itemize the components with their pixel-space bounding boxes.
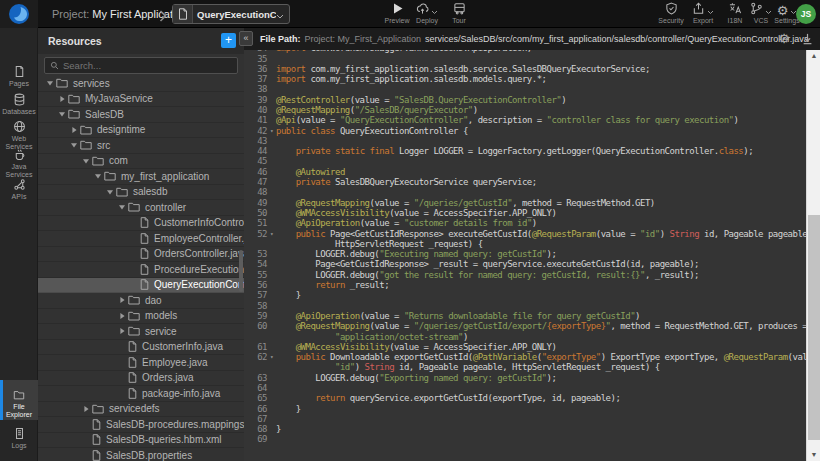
line-number: 43 [244, 136, 267, 146]
fold-marker-icon[interactable]: ▾ [267, 229, 276, 239]
app-logo[interactable] [0, 0, 38, 28]
file-icon [140, 264, 149, 275]
triangle-expanded-icon[interactable] [118, 203, 128, 211]
tree-item-models[interactable]: models [38, 309, 244, 325]
preview-button[interactable]: Preview [382, 2, 412, 25]
triangle-collapsed-icon[interactable] [70, 126, 80, 134]
tree-item-employee-java[interactable]: Employee.java [38, 355, 244, 371]
fold-gutter [267, 84, 276, 94]
tree-item-myjavaservice[interactable]: MyJavaService [38, 92, 244, 108]
triangle-collapsed-icon[interactable] [82, 405, 92, 413]
download-file-icon[interactable] [801, 32, 814, 50]
tree-item-my-first-application[interactable]: my_first_application [38, 169, 244, 185]
triangle-expanded-icon[interactable] [70, 141, 80, 149]
triangle-expanded-icon[interactable] [106, 188, 116, 196]
search-placeholder: Search... [63, 60, 101, 71]
tree-item-dao[interactable]: dao [38, 293, 244, 309]
fold-gutter [267, 105, 276, 115]
sidebar-item-logs[interactable]: Logs [0, 424, 38, 450]
shield-icon [665, 1, 678, 19]
triangle-expanded-icon[interactable] [58, 110, 68, 118]
tree-item-label: designtime [97, 124, 145, 135]
folder-icon [92, 156, 104, 166]
code-line: 43 [244, 136, 806, 146]
sidebar-item-pages[interactable]: Pages [0, 62, 38, 88]
left-icon-sidebar: PagesDatabasesWeb ServicesJava ServicesA… [0, 28, 38, 461]
code-editor[interactable]: 32import com.wavemaker.tools.api.core.mo… [244, 28, 820, 461]
file-path-label: File Path: [260, 34, 301, 44]
tree-item-customerinfo-java[interactable]: CustomerInfo.java [38, 340, 244, 356]
code-text: } [276, 424, 806, 434]
play-icon [391, 1, 404, 19]
tree-scrollbar-thumb[interactable] [239, 250, 243, 292]
editor-settings-gear-icon[interactable]: ⚙ [778, 31, 790, 47]
tree-item-com[interactable]: com [38, 154, 244, 170]
sidebar-item-apis[interactable]: APIs [0, 175, 38, 201]
tree-item-package-info-java[interactable]: package-info.java [38, 386, 244, 402]
triangle-expanded-icon[interactable] [94, 172, 104, 180]
code-text: public class QueryExecutionController { [276, 126, 806, 136]
tree-item-customerinfocontroller-java[interactable]: CustomerInfoController.java [38, 216, 244, 232]
code-line: 46 @Autowired [244, 167, 806, 177]
file-path-project-prefix: Project: My_First_Application [305, 34, 422, 44]
folder-icon [104, 171, 116, 181]
line-number: 65 [244, 393, 267, 403]
fold-marker-icon[interactable]: ▾ [267, 126, 276, 136]
folder-icon [68, 109, 80, 119]
add-resource-button[interactable]: + [221, 33, 236, 48]
tree-item-salesdb[interactable]: salesdb [38, 185, 244, 201]
tree-item-employeecontroller-java[interactable]: EmployeeController.java [38, 231, 244, 247]
deploy-button[interactable]: Deploy [412, 2, 442, 25]
sidebar-item-file-explorer[interactable]: File Explorer [0, 380, 38, 420]
tree-item-label: package-info.java [142, 388, 220, 399]
triangle-expanded-icon[interactable] [82, 157, 92, 165]
collapse-panel-button[interactable]: « [239, 31, 253, 46]
editor-scrollbar[interactable]: ▲ ▼ [806, 50, 820, 461]
sidebar-item-java-services[interactable]: Java Services [0, 145, 38, 173]
tree-item-service[interactable]: service [38, 324, 244, 340]
code-text: @Autowired [276, 167, 806, 177]
open-file-tab-dropdown[interactable]: QueryExecutionCon... [172, 4, 290, 24]
tree-item-queryexecutioncontroller-java[interactable]: QueryExecutionController.java [38, 278, 244, 294]
scroll-up-arrow[interactable]: ▲ [807, 50, 820, 62]
triangle-collapsed-icon[interactable] [58, 95, 68, 103]
user-avatar[interactable]: JS [796, 4, 816, 24]
tree-item-orderscontroller-java[interactable]: OrdersController.java [38, 247, 244, 263]
code-line: 40@RequestMapping("/SalesDB/queryExecuto… [244, 105, 806, 115]
code-text: LOGGER.debug("Executing named query: get… [276, 249, 806, 259]
tree-item-controller[interactable]: controller [38, 200, 244, 216]
tree-item-salesdb-procedures-mappings-json[interactable]: SalesDB-procedures.mappings.json [38, 417, 244, 433]
folder-icon [128, 311, 140, 321]
tree-item-src[interactable]: src [38, 138, 244, 154]
tree-item-salesdb-queries-hbm-xml[interactable]: SalesDB-queries.hbm.xml [38, 433, 244, 449]
export-button[interactable]: Export [688, 2, 718, 25]
tree-item-orders-java[interactable]: Orders.java [38, 371, 244, 387]
security-button[interactable]: Security [656, 2, 686, 25]
resources-search-input[interactable]: Search... [44, 57, 238, 74]
fold-marker-icon[interactable]: ▾ [267, 352, 276, 362]
tree-item-designtime[interactable]: designtime [38, 123, 244, 139]
triangle-expanded-icon[interactable] [46, 79, 56, 87]
fold-gutter [267, 393, 276, 403]
open-file-tab-label: QueryExecutionCon... [193, 9, 276, 20]
tree-item-salesdb-properties[interactable]: SalesDB.properties [38, 448, 244, 461]
tree-item-servicedefs[interactable]: servicedefs [38, 402, 244, 418]
scroll-down-arrow[interactable]: ▼ [807, 449, 820, 461]
sidebar-item-more[interactable]: •••••• [0, 456, 38, 461]
sidebar-item-databases[interactable]: Databases [0, 90, 38, 116]
triangle-collapsed-icon[interactable] [118, 296, 128, 304]
code-text: @RequestMapping("/SalesDB/queryExecutor"… [276, 105, 806, 115]
tour-button[interactable]: Tour [444, 2, 474, 25]
sidebar-item-web-services[interactable]: Web Services [0, 117, 38, 145]
i18n-icon [728, 1, 742, 19]
search-icon [50, 61, 59, 70]
tree-item-salesdb[interactable]: SalesDB [38, 107, 244, 123]
code-text [276, 187, 806, 197]
tree-item-services[interactable]: services [38, 76, 244, 92]
file-icon [128, 372, 137, 383]
triangle-collapsed-icon[interactable] [118, 312, 128, 320]
line-number [244, 362, 267, 372]
tree-item-procedureexecutioncontroller-java[interactable]: ProcedureExecutionController.java [38, 262, 244, 278]
triangle-collapsed-icon[interactable] [118, 327, 128, 335]
editor-scrollbar-thumb[interactable] [808, 215, 820, 440]
